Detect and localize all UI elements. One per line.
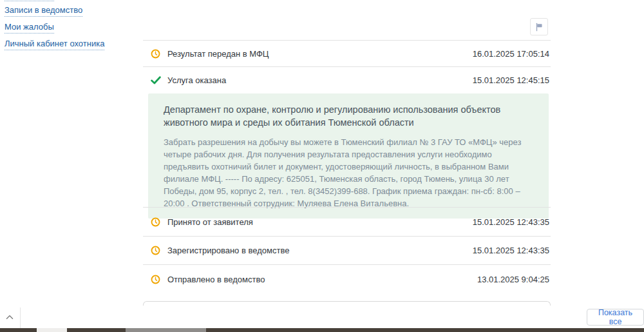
event-label: Результат передан в МФЦ (167, 49, 269, 59)
department-message: Забрать разрешения на добычу вы можете в… (164, 136, 533, 210)
truncated-link-underline (5, 1, 54, 1)
show-all-button[interactable]: Показать все (587, 309, 644, 326)
footer-divider (20, 308, 21, 328)
event-date: 15.01.2025 12:43:35 (473, 246, 549, 255)
check-icon (151, 76, 161, 84)
flag-button[interactable] (530, 18, 548, 35)
clock-icon (151, 275, 161, 284)
sidebar-link-my-complaints[interactable]: Мои жалобы (5, 22, 54, 34)
footer-area (0, 306, 644, 328)
clock-icon (151, 246, 161, 255)
timeline-row: Отправлено в ведомство 13.01.2025 9:04:2… (143, 264, 551, 293)
timeline-row: Результат передан в МФЦ 16.01.2025 17:05… (143, 40, 551, 66)
timeline-row: Зарегистрировано в ведомстве 15.01.2025 … (143, 236, 551, 264)
event-date: 15.01.2025 12:43:35 (473, 217, 549, 227)
bottom-window-edge (0, 328, 644, 332)
clock-icon (151, 217, 161, 227)
timeline-row: Принято от заявителя 15.01.2025 12:43:35 (143, 207, 551, 236)
sidebar-link-hunter-cabinet[interactable]: Личный кабинет охотника (5, 39, 104, 50)
clock-icon (151, 49, 161, 59)
flag-icon (535, 23, 544, 32)
event-date: 15.01.2025 12:45:15 (473, 75, 549, 85)
sidebar-link-vedomstvo-records[interactable]: Записи в ведомство (5, 5, 82, 17)
event-label: Зарегистрировано в ведомстве (167, 246, 289, 255)
department-name: Департамент по охране, контролю и регули… (164, 103, 533, 129)
status-detail-panel: Департамент по охране, контролю и регули… (148, 93, 549, 219)
bottom-edge-gray-segment (126, 328, 206, 332)
chevron-up-icon (6, 315, 14, 320)
bottom-edge-light-segment (37, 328, 67, 332)
event-date: 13.01.2025 9:04:25 (477, 275, 549, 284)
event-label: Услуга оказана (167, 75, 226, 85)
event-label: Принято от заявителя (167, 217, 253, 227)
timeline-row: Услуга оказана 15.01.2025 12:45:15 (143, 66, 551, 93)
event-label: Отправлено в ведомство (167, 275, 265, 284)
event-date: 16.01.2025 17:05:14 (473, 49, 549, 59)
collapse-button[interactable] (3, 312, 16, 322)
next-section-panel-cut (143, 301, 551, 306)
